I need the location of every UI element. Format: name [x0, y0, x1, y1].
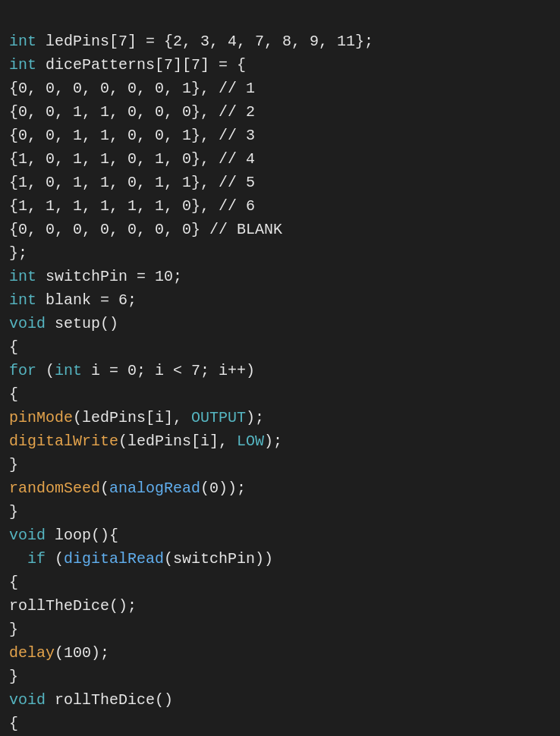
code-line: }: [9, 500, 551, 524]
code-line: {0, 0, 0, 0, 0, 0, 0} // BLANK: [9, 218, 551, 241]
code-token: [9, 550, 27, 568]
code-token: {1, 0, 1, 1, 0, 1, 0}, // 4: [9, 150, 255, 168]
code-token: (100);: [55, 644, 109, 662]
code-line: {0, 0, 1, 1, 0, 0, 0}, // 2: [9, 100, 551, 124]
code-line: {0, 0, 1, 1, 0, 0, 1}, // 3: [9, 124, 551, 147]
code-token: setup(): [46, 315, 118, 332]
code-token: {0, 0, 0, 0, 0, 0, 0} // BLANK: [9, 221, 282, 238]
code-line: int blank = 6;: [9, 288, 551, 312]
code-line: if (digitalRead(switchPin)): [9, 547, 551, 571]
code-token: {: [9, 338, 18, 356]
code-token: if: [27, 550, 46, 568]
code-token: int: [55, 362, 82, 379]
code-line: }: [9, 453, 551, 477]
code-token: );: [246, 409, 264, 426]
code-token: ledPins[7] = {2, 3, 4, 7, 8, 9, 11};: [36, 33, 373, 50]
code-token: (ledPins[i],: [118, 432, 237, 450]
code-token: analogRead: [109, 480, 200, 497]
code-token: switchPin = 10;: [36, 268, 182, 285]
code-token: loop(){: [46, 527, 118, 544]
code-token: (ledPins[i],: [73, 409, 191, 426]
code-token: i = 0; i < 7; i++): [82, 362, 255, 379]
code-token: void: [9, 527, 46, 544]
code-line: pinMode(ledPins[i], OUTPUT);: [9, 406, 551, 429]
code-line: rollTheDice();: [9, 594, 551, 618]
code-token: }: [9, 668, 18, 685]
code-line: {: [9, 382, 551, 406]
code-token: int: [9, 268, 36, 285]
code-line: randomSeed(analogRead(0));: [9, 477, 551, 500]
code-token: {: [9, 385, 18, 403]
code-token: for: [9, 362, 36, 379]
code-token: LOW: [237, 432, 264, 450]
code-line: };: [9, 241, 551, 265]
code-line: {1, 0, 1, 1, 0, 1, 1}, // 5: [9, 171, 551, 194]
code-token: rollTheDice();: [9, 597, 137, 615]
code-token: dicePatterns[7][7] = {: [36, 56, 246, 74]
code-token: rollTheDice(): [46, 691, 173, 709]
code-line: {0, 0, 0, 0, 0, 0, 1}, // 1: [9, 77, 551, 100]
code-line: void rollTheDice(): [9, 688, 551, 712]
code-token: }: [9, 621, 18, 638]
code-editor: int ledPins[7] = {2, 3, 4, 7, 8, 9, 11};…: [9, 6, 551, 735]
code-token: {0, 0, 0, 0, 0, 0, 1}, // 1: [9, 80, 255, 97]
code-line: int switchPin = 10;: [9, 265, 551, 288]
code-line: }: [9, 618, 551, 641]
code-token: pinMode: [9, 409, 73, 426]
code-token: void: [9, 691, 46, 709]
code-line: void loop(){: [9, 524, 551, 547]
code-token: }: [9, 503, 18, 521]
code-token: {: [9, 715, 18, 732]
code-token: {1, 1, 1, 1, 1, 1, 0}, // 6: [9, 197, 255, 215]
code-token: };: [9, 244, 27, 262]
code-token: {0, 0, 1, 1, 0, 0, 1}, // 3: [9, 127, 255, 144]
code-token: (: [100, 480, 109, 497]
code-line: void setup(): [9, 312, 551, 335]
code-token: {0, 0, 1, 1, 0, 0, 0}, // 2: [9, 103, 255, 121]
code-line: {: [9, 712, 551, 735]
code-token: {1, 0, 1, 1, 0, 1, 1}, // 5: [9, 174, 255, 191]
code-line: delay(100);: [9, 641, 551, 665]
code-token: (switchPin)): [164, 550, 273, 568]
code-token: {: [9, 574, 18, 591]
code-token: int: [9, 33, 36, 50]
code-token: (0));: [200, 480, 246, 497]
code-line: {1, 1, 1, 1, 1, 1, 0}, // 6: [9, 194, 551, 218]
code-line: {: [9, 571, 551, 594]
code-line: }: [9, 665, 551, 688]
code-token: );: [264, 432, 282, 450]
code-line: for (int i = 0; i < 7; i++): [9, 359, 551, 382]
code-token: }: [9, 456, 18, 473]
code-line: digitalWrite(ledPins[i], LOW);: [9, 429, 551, 453]
code-line: {1, 0, 1, 1, 0, 1, 0}, // 4: [9, 147, 551, 171]
code-token: delay: [9, 644, 55, 662]
code-token: randomSeed: [9, 480, 100, 497]
code-token: (: [36, 362, 55, 379]
code-token: digitalWrite: [9, 432, 118, 450]
code-token: int: [9, 291, 36, 309]
code-line: int ledPins[7] = {2, 3, 4, 7, 8, 9, 11};: [9, 30, 551, 53]
code-token: digitalRead: [64, 550, 164, 568]
code-token: void: [9, 315, 46, 332]
code-token: (: [46, 550, 64, 568]
code-line: int dicePatterns[7][7] = {: [9, 53, 551, 77]
code-line: {: [9, 335, 551, 359]
code-token: blank = 6;: [36, 291, 137, 309]
code-token: int: [9, 56, 36, 74]
code-token: OUTPUT: [191, 409, 246, 426]
